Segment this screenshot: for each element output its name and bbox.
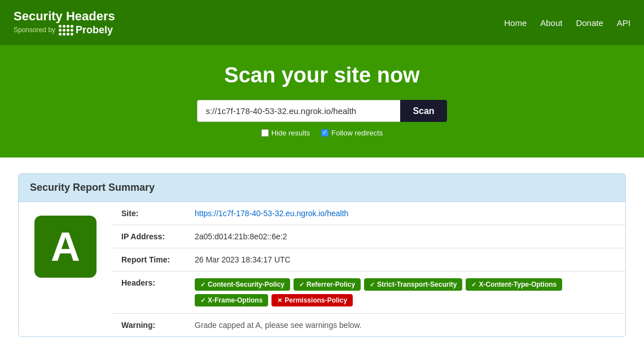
headers-row: Headers: Content-Security-PolicyReferrer… bbox=[112, 271, 625, 314]
header-badge-referrer-policy: Referrer-Policy bbox=[293, 278, 361, 291]
follow-redirects-text: Follow redirects bbox=[331, 129, 383, 137]
dot-5 bbox=[59, 29, 62, 32]
site-label: Site: bbox=[121, 209, 195, 218]
headers-list: Content-Security-PolicyReferrer-PolicySt… bbox=[195, 278, 616, 306]
dot-6 bbox=[63, 29, 65, 32]
hide-results-checkbox[interactable] bbox=[261, 129, 269, 137]
grade-box: A bbox=[34, 216, 97, 278]
hero-section: Scan your site now Scan Hide results Fol… bbox=[0, 45, 644, 157]
scan-form: Scan bbox=[14, 100, 630, 122]
site-row: Site: https://1c7f-178-40-53-32.eu.ngrok… bbox=[112, 202, 625, 225]
header-badge-strict-transport-security: Strict-Transport-Security bbox=[364, 278, 462, 291]
report-card: Security Report Summary A Site: https://… bbox=[18, 173, 626, 337]
time-row: Report Time: 26 Mar 2023 18:34:17 UTC bbox=[112, 248, 625, 271]
follow-redirects-label[interactable]: Follow redirects bbox=[321, 129, 383, 137]
grade-column: A bbox=[19, 202, 112, 336]
site-link[interactable]: https://1c7f-178-40-53-32.eu.ngrok.io/he… bbox=[195, 209, 348, 218]
hide-results-label[interactable]: Hide results bbox=[261, 129, 310, 137]
warning-label: Warning: bbox=[121, 321, 195, 330]
dot-7 bbox=[67, 29, 69, 32]
scan-options: Hide results Follow redirects bbox=[14, 129, 630, 137]
time-label: Report Time: bbox=[121, 255, 195, 264]
main-nav: Home About Donate API bbox=[504, 18, 630, 28]
time-value: 26 Mar 2023 18:34:17 UTC bbox=[195, 255, 616, 264]
follow-redirects-checkbox[interactable] bbox=[321, 129, 328, 137]
ip-value: 2a05:d014:21b:8e02::6e:2 bbox=[195, 232, 616, 241]
probely-logo: Probely bbox=[59, 24, 113, 36]
header-badge-permissions-policy: Permissions-Policy bbox=[271, 294, 353, 306]
dot-2 bbox=[63, 25, 65, 28]
sponsor-prefix: Sponsored by bbox=[14, 26, 55, 34]
report-card-header: Security Report Summary bbox=[19, 174, 625, 202]
nav-about[interactable]: About bbox=[540, 18, 562, 28]
site-title: Security Headers bbox=[14, 9, 115, 24]
nav-home[interactable]: Home bbox=[504, 18, 527, 28]
header-badge-x-content-type-options: X-Content-Type-Options bbox=[466, 278, 562, 291]
dot-9 bbox=[59, 33, 62, 36]
warning-row: Warning: Grade capped at A, please see w… bbox=[112, 314, 625, 336]
ip-row: IP Address: 2a05:d014:21b:8e02::6e:2 bbox=[112, 225, 625, 248]
ip-label: IP Address: bbox=[121, 232, 195, 241]
site-value: https://1c7f-178-40-53-32.eu.ngrok.io/he… bbox=[195, 209, 616, 218]
dot-11 bbox=[67, 33, 69, 36]
probely-name: Probely bbox=[76, 24, 113, 36]
details-column: Site: https://1c7f-178-40-53-32.eu.ngrok… bbox=[112, 202, 625, 336]
nav-api[interactable]: API bbox=[617, 18, 630, 28]
sponsor-text: Sponsored by Probely bbox=[14, 24, 115, 36]
warning-value: Grade capped at A, please see warnings b… bbox=[195, 321, 616, 330]
dot-10 bbox=[63, 33, 65, 36]
brand: Security Headers Sponsored by bbox=[14, 9, 115, 36]
url-input[interactable] bbox=[197, 100, 400, 122]
probely-dots bbox=[59, 25, 73, 36]
headers-value: Content-Security-PolicyReferrer-PolicySt… bbox=[195, 278, 616, 306]
nav-donate[interactable]: Donate bbox=[576, 18, 603, 28]
content-area: Security Report Summary A Site: https://… bbox=[0, 157, 644, 346]
scan-button[interactable]: Scan bbox=[400, 100, 446, 122]
header-badge-x-frame-options: X-Frame-Options bbox=[195, 294, 268, 306]
dot-4 bbox=[71, 25, 73, 28]
hero-title: Scan your site now bbox=[14, 63, 630, 87]
dot-12 bbox=[71, 33, 73, 36]
headers-label: Headers: bbox=[121, 278, 195, 287]
dot-3 bbox=[67, 25, 69, 28]
dot-1 bbox=[59, 25, 62, 28]
header-badge-content-security-policy: Content-Security-Policy bbox=[195, 278, 290, 291]
hide-results-text: Hide results bbox=[271, 129, 310, 137]
site-header: Security Headers Sponsored by bbox=[0, 0, 644, 45]
report-card-body: A Site: https://1c7f-178-40-53-32.eu.ngr… bbox=[19, 202, 625, 336]
dot-8 bbox=[71, 29, 73, 32]
